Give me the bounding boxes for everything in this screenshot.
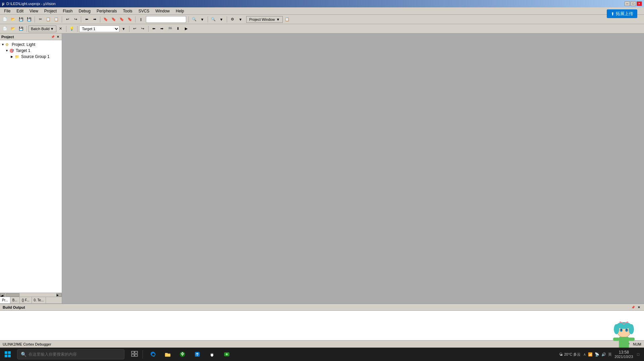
open-button[interactable]: 📂 <box>9 16 17 23</box>
tray-network[interactable]: 🌤 20°C 多云 <box>559 352 581 357</box>
stop-build-button[interactable]: ✕ <box>57 25 64 33</box>
menu-window[interactable]: Window <box>153 8 172 14</box>
undo-button[interactable]: ↩ <box>64 16 71 23</box>
menu-view[interactable]: View <box>27 8 41 14</box>
open2-button[interactable]: 📂 <box>9 25 17 33</box>
weather-icon: 🌤 <box>559 352 563 356</box>
system-clock[interactable]: 13:58 2021/10/23 <box>614 350 633 359</box>
new-file2-button[interactable]: 📄 <box>1 25 9 33</box>
taskbar-xbox[interactable] <box>176 348 189 361</box>
project-panel-close-button[interactable]: ✕ <box>56 35 60 39</box>
project-panel-header: Project 📌 ✕ <box>0 34 62 40</box>
scroll-arrow-left[interactable]: ◀ <box>0 293 5 297</box>
build-output-pin-button[interactable]: 📌 <box>631 305 635 310</box>
language-text[interactable]: 英 <box>608 352 612 357</box>
tab-project[interactable]: Pr... <box>0 297 10 304</box>
taskbar-search-box[interactable]: 🔍 <box>17 349 124 359</box>
output-window-button[interactable]: ‖ <box>137 16 145 23</box>
undo2-button[interactable]: ↩ <box>131 25 139 33</box>
nav-back-button[interactable]: ⬅ <box>83 16 90 23</box>
menu-file[interactable]: File <box>1 8 13 14</box>
target-config-button[interactable]: ▼ <box>120 25 127 33</box>
search-field[interactable] <box>146 16 186 23</box>
tree-sourcegroup-item[interactable]: ▶ 📁 Source Group 1 <box>0 54 62 60</box>
menu-svcs[interactable]: SVCS <box>136 8 152 14</box>
bookmark-toggle-button[interactable]: 🔖 <box>118 16 125 23</box>
download-button[interactable]: ⬇ <box>174 25 182 33</box>
project-tree: ▼ ⚙ Project: Light ▼ 🎯 Target 1 ▶ 📁 Sour… <box>0 40 62 293</box>
menu-peripherals[interactable]: Peripherals <box>94 8 120 14</box>
tab-functions[interactable]: {} F... <box>20 297 32 304</box>
tree-target-item[interactable]: ▼ 🎯 Target 1 <box>0 48 62 54</box>
find-dropdown-button[interactable]: ▼ <box>199 16 206 23</box>
taskbar-search-input[interactable] <box>29 352 121 357</box>
taskbar-explorer[interactable] <box>161 348 174 361</box>
project-window-button[interactable]: Project Window ▼ <box>246 16 283 23</box>
target-dropdown[interactable]: Target 1 <box>79 25 119 32</box>
project-window-arrow: ▼ <box>276 17 280 21</box>
tab-templates[interactable]: 0. Te... <box>32 297 46 304</box>
find2-button[interactable]: 🔍 <box>210 16 217 23</box>
new-file-button[interactable]: 📄 <box>1 16 9 23</box>
maximize-button[interactable]: □ <box>631 1 636 6</box>
notification-button[interactable]: □ <box>636 352 641 356</box>
num-status: NUM <box>633 342 641 346</box>
menu-flash[interactable]: Flash <box>60 8 75 14</box>
tab-books[interactable]: B... <box>10 297 20 304</box>
find-button[interactable]: 🔍 <box>191 16 198 23</box>
bookmark-prev-button[interactable]: 🔖 <box>102 16 109 23</box>
editor-area[interactable] <box>62 34 644 303</box>
taskbar-penguin[interactable] <box>205 348 219 361</box>
save-button[interactable]: 💾 <box>17 16 25 23</box>
redo2-button[interactable]: ↪ <box>139 25 147 33</box>
penguin-icon <box>209 351 215 358</box>
network-icon[interactable]: 📶 <box>588 352 593 357</box>
settings-button[interactable]: ⚙ <box>229 16 236 23</box>
titlebar-left: µ D:\LED\Light.uvprojx - µVision <box>2 1 56 6</box>
menu-help[interactable]: Help <box>173 8 187 14</box>
close-button[interactable]: ✕ <box>637 1 642 6</box>
menu-project[interactable]: Project <box>42 8 59 14</box>
menu-debug[interactable]: Debug <box>76 8 93 14</box>
project-panel-pin-button[interactable]: 📌 <box>50 35 55 39</box>
upload-button[interactable]: ⬆ 拓展上传 <box>607 9 637 18</box>
taskview-button[interactable] <box>128 348 141 361</box>
titlebar-title: D:\LED\Light.uvprojx - µVision <box>6 2 56 6</box>
load-button[interactable]: 💡 <box>68 25 75 33</box>
batch-build-button[interactable]: Batch Build ▼ <box>29 25 56 32</box>
scroll-arrow-right[interactable]: ▶ <box>56 293 62 297</box>
redo-button[interactable]: ↪ <box>72 16 79 23</box>
cut-button[interactable]: ✂ <box>37 16 44 23</box>
rebuild-button[interactable]: 🏁 <box>166 25 174 33</box>
minimize-button[interactable]: ─ <box>625 1 630 6</box>
bookmark-next-button[interactable]: 🔖 <box>110 16 117 23</box>
extra-button[interactable]: 📋 <box>283 16 291 23</box>
project-scrollbar-h[interactable]: ◀ ▶ <box>0 293 62 297</box>
build-output-close-button[interactable]: ✕ <box>637 305 641 310</box>
svg-rect-16 <box>5 351 7 354</box>
expand-tray-icon[interactable]: ∧ <box>583 352 586 357</box>
save2-button[interactable]: 💾 <box>17 25 25 33</box>
run-button[interactable]: ▶ <box>182 25 190 33</box>
menu-tools[interactable]: Tools <box>120 8 135 14</box>
taskbar-game[interactable] <box>220 348 233 361</box>
menu-edit[interactable]: Edit <box>14 8 26 14</box>
settings-dropdown-button[interactable]: ▼ <box>237 16 244 23</box>
wifi-icon[interactable]: 📡 <box>595 352 599 357</box>
nav-fwd-button[interactable]: ➡ <box>91 16 98 23</box>
scrollbar-thumb[interactable] <box>6 293 19 297</box>
save-all-button[interactable]: 💾 <box>25 16 33 23</box>
build-button[interactable]: ➡ <box>158 25 166 33</box>
weather-text: 20°C 多云 <box>564 352 581 357</box>
taskbar-edge[interactable] <box>146 348 160 361</box>
bookmark-clear-button[interactable]: 🔖 <box>126 16 133 23</box>
find2-dropdown-button[interactable]: ▼ <box>218 16 225 23</box>
copy-button[interactable]: 📋 <box>45 16 52 23</box>
paste-button[interactable]: 📋 <box>53 16 60 23</box>
start-button[interactable] <box>0 348 15 361</box>
svg-rect-25 <box>165 354 170 357</box>
taskbar-app4[interactable] <box>191 348 204 361</box>
translate-button[interactable]: ⬅ <box>150 25 158 33</box>
volume-icon[interactable]: 🔊 <box>601 352 606 357</box>
tree-root-item[interactable]: ▼ ⚙ Project: Light <box>0 42 62 48</box>
